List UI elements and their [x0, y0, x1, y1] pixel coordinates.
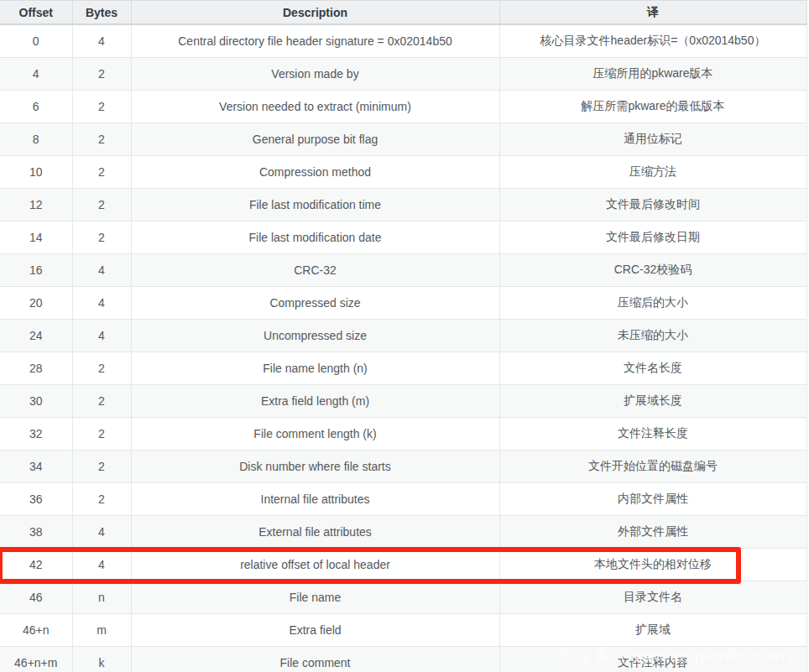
bytes-cell: 2 [72, 483, 131, 516]
bytes-cell: 4 [72, 254, 131, 287]
col-header-offset: Offset [0, 1, 72, 25]
bytes-cell: 4 [72, 516, 131, 549]
table-row: 42Version made by压缩所用的pkware版本 [0, 58, 806, 91]
description-cell: relative offset of local header [131, 549, 499, 581]
translation-cell: 文件注释长度 [499, 418, 806, 451]
offset-cell: 4 [0, 58, 72, 91]
description-cell: General purpose bit flag [131, 123, 499, 156]
bytes-cell: 4 [72, 549, 131, 581]
bytes-cell: 2 [72, 91, 131, 123]
offset-cell: 38 [0, 516, 72, 549]
table-row: 362Internal file attributes内部文件属性 [0, 483, 806, 516]
bytes-cell: 4 [72, 287, 131, 320]
translation-cell: 外部文件属性 [499, 516, 806, 549]
description-cell: Internal file attributes [131, 483, 499, 516]
col-header-bytes: Bytes [72, 1, 131, 25]
description-cell: Version needed to extract (minimum) [131, 91, 499, 123]
offset-cell: 28 [0, 352, 72, 385]
translation-cell: CRC-32校验码 [499, 254, 806, 287]
description-cell: Compressed size [131, 287, 499, 320]
offset-cell: 46+n [0, 614, 72, 647]
description-cell: Extra field length (m) [131, 385, 499, 418]
offset-cell: 6 [0, 91, 72, 123]
offset-cell: 20 [0, 287, 72, 320]
table-header: Offset Bytes Description 译 [0, 1, 806, 25]
translation-cell: 压缩所用的pkware版本 [499, 58, 806, 91]
translation-cell: 未压缩的大小 [499, 320, 806, 352]
offset-cell: 24 [0, 320, 72, 352]
bytes-cell: 4 [72, 320, 131, 352]
description-cell: File comment length (k) [131, 418, 499, 451]
description-cell: File last modification time [131, 189, 499, 221]
offset-cell: 12 [0, 189, 72, 221]
description-cell: CRC-32 [131, 254, 499, 287]
table-row: 82General purpose bit flag通用位标记 [0, 123, 806, 156]
bytes-cell: 2 [72, 156, 131, 189]
description-cell: Central directory file header signature … [131, 24, 499, 58]
description-cell: Disk number where file starts [131, 451, 499, 483]
table-row: 46+n+mkFile comment文件注释内容 [0, 647, 806, 672]
offset-cell: 34 [0, 451, 72, 483]
bytes-cell: n [72, 581, 131, 614]
table-row: 282File name length (n)文件名长度 [0, 352, 806, 385]
table-row: 142File last modification date文件最后修改日期 [0, 221, 806, 254]
translation-cell: 本地文件头的相对位移 [499, 549, 806, 581]
table-row: 62Version needed to extract (minimum)解压所… [0, 91, 806, 123]
offset-cell: 36 [0, 483, 72, 516]
table-row: 204Compressed size压缩后的大小 [0, 287, 806, 320]
table-row: 342Disk number where file starts文件开始位置的磁… [0, 451, 806, 483]
description-cell: File name length (n) [131, 352, 499, 385]
translation-cell: 文件注释内容 [499, 647, 806, 672]
translation-cell: 文件最后修改时间 [499, 189, 806, 221]
translation-cell: 扩展域长度 [499, 385, 806, 418]
bytes-cell: 2 [72, 352, 131, 385]
translation-cell: 通用位标记 [499, 123, 806, 156]
description-cell: File name [131, 581, 499, 614]
bytes-cell: 2 [72, 418, 131, 451]
description-cell: Version made by [131, 58, 499, 91]
bytes-cell: 2 [72, 58, 131, 91]
table-row: 46+nmExtra field扩展域 [0, 614, 806, 647]
translation-cell: 文件开始位置的磁盘编号 [499, 451, 806, 483]
bytes-cell: m [72, 614, 131, 647]
translation-cell: 内部文件属性 [499, 483, 806, 516]
bytes-cell: k [72, 647, 131, 672]
offset-cell: 8 [0, 123, 72, 156]
table-row: 322File comment length (k)文件注释长度 [0, 418, 806, 451]
zip-central-directory-spec-page: Offset Bytes Description 译 04Central dir… [0, 0, 809, 672]
description-cell: Compression method [131, 156, 499, 189]
table-header-row: Offset Bytes Description 译 [0, 1, 806, 25]
bytes-cell: 2 [72, 221, 131, 254]
offset-cell: 32 [0, 418, 72, 451]
bytes-cell: 2 [72, 123, 131, 156]
description-cell: File comment [131, 647, 499, 672]
table-row: 384External file attributes外部文件属性 [0, 516, 806, 549]
col-header-description: Description [131, 1, 499, 25]
table-row: 04Central directory file header signatur… [0, 24, 806, 58]
table-row: 122File last modification time文件最后修改时间 [0, 189, 806, 221]
translation-cell: 压缩后的大小 [499, 287, 806, 320]
table-row: 102Compression method压缩方法 [0, 156, 806, 189]
offset-cell: 46+n+m [0, 647, 72, 672]
offset-cell: 16 [0, 254, 72, 287]
table-row: 164CRC-32CRC-32校验码 [0, 254, 806, 287]
bytes-cell: 2 [72, 451, 131, 483]
col-header-translation: 译 [499, 1, 806, 25]
table-row: 46nFile name目录文件名 [0, 581, 806, 614]
description-cell: File last modification date [131, 221, 499, 254]
offset-cell: 30 [0, 385, 72, 418]
translation-cell: 文件名长度 [499, 352, 806, 385]
translation-cell: 目录文件名 [499, 581, 806, 614]
bytes-cell: 2 [72, 189, 131, 221]
description-cell: Extra field [131, 614, 499, 647]
offset-cell: 14 [0, 221, 72, 254]
offset-cell: 10 [0, 156, 72, 189]
table-row: 244Uncompressed size未压缩的大小 [0, 320, 806, 352]
translation-cell: 扩展域 [499, 614, 806, 647]
translation-cell: 文件最后修改日期 [499, 221, 806, 254]
offset-cell: 46 [0, 581, 72, 614]
translation-cell: 解压所需pkware的最低版本 [499, 91, 806, 123]
offset-cell: 0 [0, 24, 72, 58]
table-body: 04Central directory file header signatur… [0, 24, 806, 672]
offset-cell: 42 [0, 549, 72, 581]
